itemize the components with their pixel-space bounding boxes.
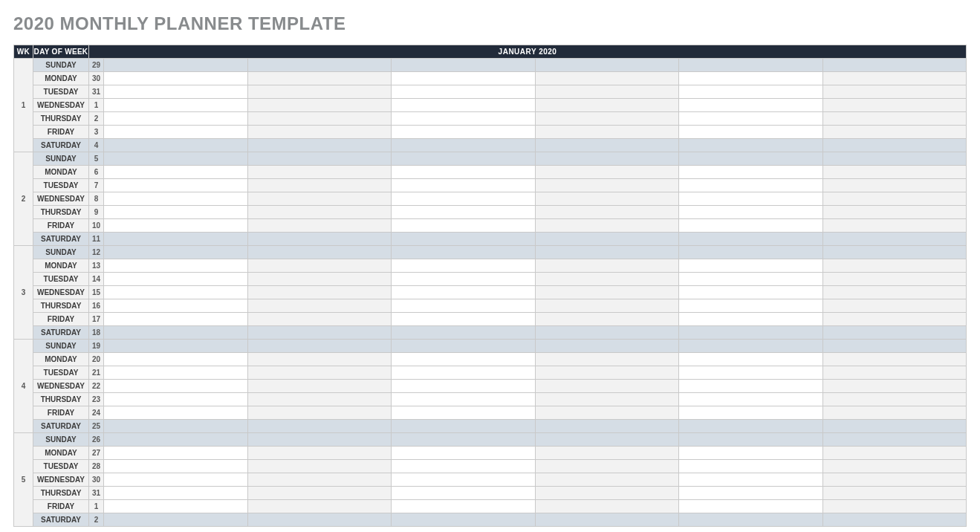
event-cell[interactable] bbox=[104, 246, 248, 259]
event-cell[interactable] bbox=[392, 380, 536, 393]
event-cell[interactable] bbox=[535, 246, 679, 259]
event-cell[interactable] bbox=[392, 460, 536, 473]
event-cell[interactable] bbox=[822, 500, 967, 513]
event-cell[interactable] bbox=[679, 112, 823, 126]
event-cell[interactable] bbox=[679, 299, 823, 313]
event-cell[interactable] bbox=[104, 99, 248, 112]
event-cell[interactable] bbox=[247, 340, 392, 353]
event-cell[interactable] bbox=[104, 420, 248, 433]
event-cell[interactable] bbox=[679, 406, 823, 420]
event-cell[interactable] bbox=[247, 487, 392, 500]
event-cell[interactable] bbox=[535, 393, 679, 406]
event-cell[interactable] bbox=[679, 273, 823, 286]
event-cell[interactable] bbox=[679, 139, 823, 152]
event-cell[interactable] bbox=[104, 406, 248, 420]
event-cell[interactable] bbox=[247, 206, 392, 219]
event-cell[interactable] bbox=[104, 313, 248, 326]
event-cell[interactable] bbox=[247, 166, 392, 179]
event-cell[interactable] bbox=[247, 380, 392, 393]
event-cell[interactable] bbox=[535, 380, 679, 393]
event-cell[interactable] bbox=[822, 340, 967, 353]
event-cell[interactable] bbox=[392, 179, 536, 192]
event-cell[interactable] bbox=[247, 112, 392, 126]
event-cell[interactable] bbox=[247, 500, 392, 513]
event-cell[interactable] bbox=[535, 219, 679, 233]
event-cell[interactable] bbox=[392, 273, 536, 286]
event-cell[interactable] bbox=[679, 326, 823, 340]
event-cell[interactable] bbox=[535, 192, 679, 206]
event-cell[interactable] bbox=[535, 206, 679, 219]
event-cell[interactable] bbox=[104, 139, 248, 152]
event-cell[interactable] bbox=[535, 139, 679, 152]
event-cell[interactable] bbox=[247, 366, 392, 380]
event-cell[interactable] bbox=[247, 447, 392, 460]
event-cell[interactable] bbox=[392, 433, 536, 447]
event-cell[interactable] bbox=[679, 460, 823, 473]
event-cell[interactable] bbox=[822, 286, 967, 299]
event-cell[interactable] bbox=[392, 513, 536, 527]
event-cell[interactable] bbox=[247, 179, 392, 192]
event-cell[interactable] bbox=[679, 126, 823, 139]
event-cell[interactable] bbox=[535, 447, 679, 460]
event-cell[interactable] bbox=[104, 460, 248, 473]
event-cell[interactable] bbox=[822, 393, 967, 406]
event-cell[interactable] bbox=[679, 487, 823, 500]
event-cell[interactable] bbox=[104, 366, 248, 380]
event-cell[interactable] bbox=[247, 72, 392, 85]
event-cell[interactable] bbox=[535, 420, 679, 433]
event-cell[interactable] bbox=[535, 299, 679, 313]
event-cell[interactable] bbox=[535, 326, 679, 340]
event-cell[interactable] bbox=[679, 313, 823, 326]
event-cell[interactable] bbox=[822, 473, 967, 487]
event-cell[interactable] bbox=[822, 313, 967, 326]
event-cell[interactable] bbox=[104, 393, 248, 406]
event-cell[interactable] bbox=[535, 166, 679, 179]
event-cell[interactable] bbox=[392, 313, 536, 326]
event-cell[interactable] bbox=[679, 473, 823, 487]
event-cell[interactable] bbox=[822, 192, 967, 206]
event-cell[interactable] bbox=[822, 487, 967, 500]
event-cell[interactable] bbox=[535, 500, 679, 513]
event-cell[interactable] bbox=[822, 380, 967, 393]
event-cell[interactable] bbox=[822, 447, 967, 460]
event-cell[interactable] bbox=[392, 393, 536, 406]
event-cell[interactable] bbox=[104, 59, 248, 72]
event-cell[interactable] bbox=[679, 219, 823, 233]
event-cell[interactable] bbox=[104, 206, 248, 219]
event-cell[interactable] bbox=[247, 152, 392, 166]
event-cell[interactable] bbox=[535, 59, 679, 72]
event-cell[interactable] bbox=[822, 420, 967, 433]
event-cell[interactable] bbox=[247, 473, 392, 487]
event-cell[interactable] bbox=[679, 420, 823, 433]
event-cell[interactable] bbox=[104, 380, 248, 393]
event-cell[interactable] bbox=[104, 85, 248, 99]
event-cell[interactable] bbox=[822, 299, 967, 313]
event-cell[interactable] bbox=[392, 85, 536, 99]
event-cell[interactable] bbox=[535, 273, 679, 286]
event-cell[interactable] bbox=[822, 246, 967, 259]
event-cell[interactable] bbox=[535, 99, 679, 112]
event-cell[interactable] bbox=[104, 353, 248, 366]
event-cell[interactable] bbox=[247, 420, 392, 433]
event-cell[interactable] bbox=[104, 500, 248, 513]
event-cell[interactable] bbox=[535, 179, 679, 192]
event-cell[interactable] bbox=[822, 433, 967, 447]
event-cell[interactable] bbox=[392, 366, 536, 380]
event-cell[interactable] bbox=[679, 72, 823, 85]
event-cell[interactable] bbox=[247, 126, 392, 139]
event-cell[interactable] bbox=[679, 366, 823, 380]
event-cell[interactable] bbox=[822, 72, 967, 85]
event-cell[interactable] bbox=[392, 233, 536, 246]
event-cell[interactable] bbox=[247, 59, 392, 72]
event-cell[interactable] bbox=[247, 326, 392, 340]
event-cell[interactable] bbox=[104, 447, 248, 460]
event-cell[interactable] bbox=[104, 179, 248, 192]
event-cell[interactable] bbox=[392, 192, 536, 206]
event-cell[interactable] bbox=[822, 353, 967, 366]
event-cell[interactable] bbox=[535, 366, 679, 380]
event-cell[interactable] bbox=[535, 433, 679, 447]
event-cell[interactable] bbox=[247, 313, 392, 326]
event-cell[interactable] bbox=[247, 393, 392, 406]
event-cell[interactable] bbox=[247, 259, 392, 273]
event-cell[interactable] bbox=[104, 259, 248, 273]
